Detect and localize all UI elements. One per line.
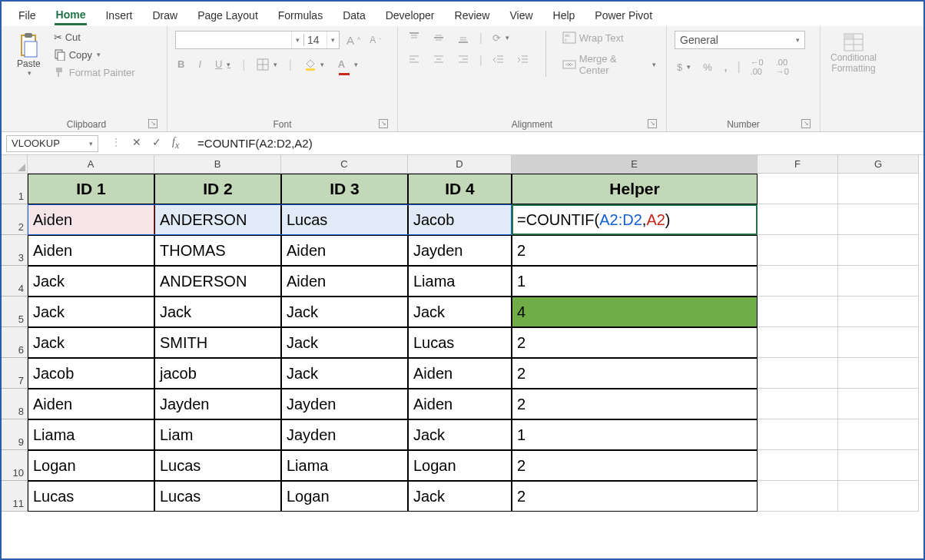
cell-D8[interactable]: Aiden [408,389,512,419]
underline-button[interactable]: U▾ [213,58,233,71]
bold-button[interactable]: B [175,58,187,71]
cell-D1[interactable]: ID 4 [408,174,512,204]
cell-E8[interactable]: 2 [512,389,758,419]
cell-D11[interactable]: Jack [408,481,512,512]
cell-D7[interactable]: Aiden [408,358,512,389]
align-right-button[interactable] [455,54,472,66]
cell-G7[interactable] [838,358,919,389]
font-name-dropdown[interactable]: ▾ 14 ▾ [175,31,340,49]
cell-C4[interactable]: Aiden [281,266,408,297]
cell-F4[interactable] [758,266,838,297]
cell-E7[interactable]: 2 [512,358,758,389]
select-all-corner[interactable] [2,155,28,174]
cell-D4[interactable]: Liama [408,266,512,297]
cell-A6[interactable]: Jack [28,327,154,358]
cell-D9[interactable]: Jack [408,419,512,450]
row-header-5[interactable]: 5 [2,297,28,327]
cell-C3[interactable]: Aiden [281,235,408,266]
cell-E10[interactable]: 2 [512,450,758,481]
decrease-indent-button[interactable] [490,54,507,66]
cell-A9[interactable]: Liama [28,419,154,450]
cell-G5[interactable] [838,297,919,327]
row-header-6[interactable]: 6 [2,327,28,358]
tab-developer[interactable]: Developer [384,7,436,24]
cell-D5[interactable]: Jack [408,297,512,327]
cell-A1[interactable]: ID 1 [28,174,154,204]
cell-E5[interactable]: 4 [512,297,758,327]
row-header-4[interactable]: 4 [2,266,28,297]
dialog-launcher-icon[interactable]: ↘ [801,119,811,128]
col-header-D[interactable]: D [408,155,512,174]
font-color-button[interactable]: A▾ [336,57,360,71]
cell-G1[interactable] [838,174,919,204]
cell-G6[interactable] [838,327,919,358]
cell-C8[interactable]: Jayden [281,389,408,419]
cell-F9[interactable] [758,419,838,450]
cell-A7[interactable]: Jacob [28,358,154,389]
decrease-font-button[interactable]: Aˇ [367,34,383,46]
cancel-icon[interactable]: ✕ [132,136,141,151]
wrap-text-button[interactable]: abc Wrap Text [560,31,658,45]
cell-B10[interactable]: Lucas [154,450,281,481]
tab-help[interactable]: Help [552,7,577,24]
cell-B1[interactable]: ID 2 [154,174,281,204]
cell-A8[interactable]: Aiden [28,389,154,419]
cell-F1[interactable] [758,174,838,204]
cell-F10[interactable] [758,450,838,481]
tab-draw[interactable]: Draw [151,7,179,24]
cell-D6[interactable]: Lucas [408,327,512,358]
cell-G3[interactable] [838,235,919,266]
cell-C10[interactable]: Liama [281,450,408,481]
cell-F7[interactable] [758,358,838,389]
cell-B5[interactable]: Jack [154,297,281,327]
cell-G10[interactable] [838,450,919,481]
dialog-launcher-icon[interactable]: ↘ [648,119,657,128]
cell-A11[interactable]: Lucas [28,481,154,512]
cell-A4[interactable]: Jack [28,266,154,297]
cell-F2[interactable] [758,204,838,235]
col-header-A[interactable]: A [28,155,154,174]
cell-D3[interactable]: Jayden [408,235,512,266]
cell-G9[interactable] [838,419,919,450]
cell-F6[interactable] [758,327,838,358]
cell-F8[interactable] [758,389,838,419]
tab-data[interactable]: Data [341,7,367,24]
row-header-1[interactable]: 1 [2,174,28,204]
row-header-10[interactable]: 10 [2,450,28,481]
col-header-C[interactable]: C [281,155,408,174]
cell-A10[interactable]: Logan [28,450,154,481]
cell-A3[interactable]: Aiden [28,235,154,266]
copy-button[interactable]: Copy ▾ [51,48,138,61]
tab-insert[interactable]: Insert [104,7,134,24]
name-box[interactable]: VLOOKUP ▾ [6,135,98,152]
cell-D2[interactable]: Jacob [408,204,512,235]
cell-B4[interactable]: ANDERSON [154,266,281,297]
cell-E4[interactable]: 1 [512,266,758,297]
cell-E11[interactable]: 2 [512,481,758,512]
cut-button[interactable]: ✂ Cut [51,31,138,44]
tab-home[interactable]: Home [55,6,88,25]
cell-C5[interactable]: Jack [281,297,408,327]
cell-F5[interactable] [758,297,838,327]
font-size-value[interactable]: 14 [303,34,327,46]
align-top-button[interactable] [406,31,423,45]
row-header-8[interactable]: 8 [2,389,28,419]
tab-power-pivot[interactable]: Power Pivot [593,7,654,24]
orientation-button[interactable]: ⟳▾ [490,31,512,45]
cell-E6[interactable]: 2 [512,327,758,358]
cell-G2[interactable] [838,204,919,235]
cell-B6[interactable]: SMITH [154,327,281,358]
cell-E3[interactable]: 2 [512,235,758,266]
cell-A5[interactable]: Jack [28,297,154,327]
cell-E9[interactable]: 1 [512,419,758,450]
cell-B7[interactable]: jacob [154,358,281,389]
cell-B2[interactable]: ANDERSON [154,204,281,235]
cell-E2[interactable]: =COUNTIF(A2:D2,A2) [512,204,758,235]
cell-C7[interactable]: Jack [281,358,408,389]
conditional-formatting-button[interactable]: Conditional Formatting [828,31,879,75]
row-header-11[interactable]: 11 [2,481,28,512]
tab-page-layout[interactable]: Page Layout [196,7,260,24]
tab-view[interactable]: View [508,7,534,24]
row-header-9[interactable]: 9 [2,419,28,450]
fx-icon[interactable]: fx [172,136,179,151]
